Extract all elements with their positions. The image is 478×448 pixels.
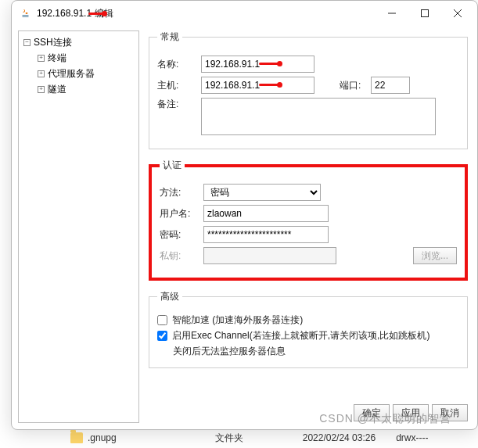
auth-legend: 认证 [160, 159, 185, 172]
minimize-button[interactable] [376, 2, 408, 25]
username-input[interactable] [203, 205, 329, 222]
password-input[interactable] [203, 226, 329, 243]
apply-button[interactable]: 应用 [393, 404, 429, 421]
background-file-row: .gnupg 文件夹 2022/02/24 03:26 drwx---- [0, 428, 478, 448]
name-label: 名称: [157, 58, 196, 71]
edit-dialog: 192.168.91.1 -编辑 − SSH连接 + 终端 + 代理服务器 + [11, 0, 478, 430]
tree-item-tunnel[interactable]: + 隧道 [20, 81, 137, 97]
method-select[interactable]: 密码 [203, 184, 321, 201]
advanced-group: 高级 智能加速 (加速海外服务器连接) 启用Exec Channel(若连接上就… [149, 290, 468, 368]
expand-icon[interactable]: + [38, 86, 45, 93]
maximize-button[interactable] [408, 2, 441, 25]
bg-perms: drwx---- [396, 432, 428, 443]
folder-icon [70, 432, 83, 443]
user-label: 用户名: [160, 207, 199, 220]
general-legend: 常规 [157, 30, 182, 44]
accel-label: 智能加速 (加速海外服务器连接) [172, 314, 303, 327]
privatekey-input [203, 247, 336, 264]
collapse-icon[interactable]: − [23, 39, 31, 46]
java-icon [20, 7, 32, 20]
remark-input[interactable] [201, 98, 436, 135]
advanced-legend: 高级 [157, 290, 182, 303]
remark-label: 备注: [157, 98, 196, 111]
expand-icon[interactable]: + [38, 55, 45, 62]
accel-checkbox[interactable] [157, 315, 167, 325]
general-group: 常规 名称: 主机: 端口: [149, 30, 468, 149]
browse-button[interactable]: 浏览... [413, 247, 457, 264]
ok-button[interactable]: 确定 [354, 404, 390, 421]
tree-item-terminal[interactable]: + 终端 [20, 50, 137, 66]
window-title: 192.168.91.1 -编辑 [37, 7, 376, 20]
expand-icon[interactable]: + [38, 70, 45, 77]
nav-tree[interactable]: − SSH连接 + 终端 + 代理服务器 + 隧道 [18, 30, 139, 423]
svg-rect-0 [422, 10, 429, 17]
tree-item-proxy[interactable]: + 代理服务器 [20, 66, 137, 81]
bg-filename: .gnupg [88, 432, 117, 443]
tree-root-ssh[interactable]: − SSH连接 [20, 34, 137, 50]
pass-label: 密码: [160, 228, 199, 242]
port-input[interactable] [371, 77, 410, 94]
titlebar: 192.168.91.1 -编辑 [12, 1, 477, 26]
auth-group: 认证 方法: 密码 用户名: 密码: 私钥: [149, 159, 468, 281]
bg-date: 2022/02/24 03:26 [303, 432, 376, 443]
host-label: 主机: [157, 79, 196, 92]
cancel-button[interactable]: 取消 [432, 404, 468, 421]
key-label: 私钥: [160, 249, 199, 263]
host-input[interactable] [201, 77, 314, 94]
name-input[interactable] [201, 56, 314, 73]
bg-filetype: 文件夹 [215, 432, 243, 445]
close-button[interactable] [441, 2, 474, 25]
port-label: 端口: [340, 79, 366, 92]
method-label: 方法: [160, 186, 199, 199]
exec-label: 启用Exec Channel(若连接上就被断开,请关闭该项,比如跳板机) [172, 329, 429, 342]
exec-checkbox[interactable] [157, 331, 167, 341]
exec-subtext: 关闭后无法监控服务器信息 [173, 345, 459, 358]
